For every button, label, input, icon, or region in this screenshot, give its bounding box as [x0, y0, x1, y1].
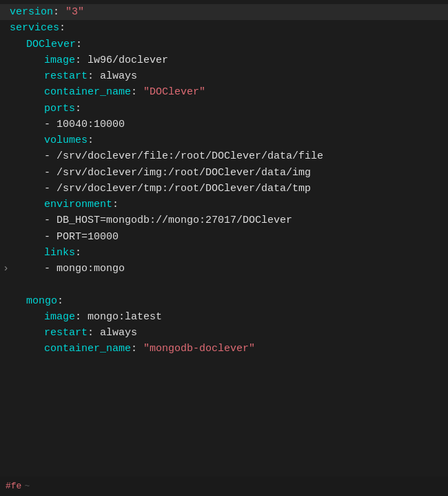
token: :: [53, 4, 65, 20]
token: always: [100, 325, 137, 341]
token: :: [131, 341, 143, 357]
token: image: [44, 52, 75, 68]
token: [10, 277, 16, 292]
line-vol3: - /srv/doclever/tmp:/root/DOClever/data/…: [0, 181, 448, 197]
token: "3": [65, 4, 84, 20]
token: mongo: [26, 293, 57, 309]
token: - PORT=10000: [44, 229, 119, 245]
token: :: [57, 293, 63, 309]
line-doclever: DOClever:: [0, 37, 448, 52]
token: services: [10, 20, 59, 36]
token: - mongo:mongo: [44, 261, 125, 277]
token: :: [75, 309, 88, 325]
arrow-icon: ›: [3, 261, 9, 277]
line-ports: ports:: [0, 101, 448, 117]
token: ports: [44, 101, 75, 117]
line-env2: - PORT=10000: [0, 229, 448, 245]
line-volumes: volumes:: [0, 132, 448, 148]
token: "mongodb-doclever": [143, 341, 255, 357]
line-vol2: - /srv/doclever/img:/root/DOClever/data/…: [0, 165, 448, 181]
token: - DB_HOST=mongodb://mongo:27017/DOClever: [44, 212, 292, 228]
token: DOClever: [26, 37, 76, 52]
line-container2: container_name: "mongodb-doclever": [0, 341, 448, 357]
token: :: [59, 20, 65, 36]
token: :: [75, 52, 88, 68]
line-environment: environment:: [0, 197, 448, 212]
line-container1: container_name: "DOClever": [0, 84, 448, 100]
token: lw96/doclever: [88, 52, 168, 68]
token: - /srv/doclever/tmp:/root/DOClever/data/…: [44, 181, 311, 197]
token: :: [112, 197, 119, 212]
token: restart: [44, 325, 88, 341]
prompt-text: #fe: [6, 479, 21, 493]
token: - /srv/doclever/file:/root/DOClever/data…: [44, 148, 323, 164]
token: restart: [44, 68, 88, 84]
token: :: [88, 325, 100, 341]
token: :: [76, 37, 82, 52]
line-port-val: - 10040:10000: [0, 117, 448, 132]
token: environment: [44, 197, 112, 212]
token: mongo:latest: [88, 309, 162, 325]
token: :: [131, 84, 143, 100]
status-bar: #fe ~: [0, 477, 448, 496]
token: :: [88, 132, 94, 148]
line-version: version: "3": [0, 4, 448, 20]
token: volumes: [44, 132, 88, 148]
token: :: [75, 101, 81, 117]
token: :: [88, 68, 100, 84]
line-link1: › - mongo:mongo: [0, 261, 448, 277]
line-mongo: mongo:: [0, 293, 448, 309]
token: :: [75, 245, 81, 261]
token: "DOClever": [143, 84, 205, 100]
tilde-text: ~: [24, 479, 30, 493]
code-editor: version: "3" services: DOClever: image: …: [0, 0, 448, 496]
line-links: links:: [0, 245, 448, 261]
line-services: services:: [0, 20, 448, 36]
line-image2: image: mongo:latest: [0, 309, 448, 325]
token: - 10040:10000: [44, 117, 125, 132]
token: container_name: [44, 84, 131, 100]
line-vol1: - /srv/doclever/file:/root/DOClever/data…: [0, 148, 448, 164]
token: - /srv/doclever/img:/root/DOClever/data/…: [44, 165, 311, 181]
line-blank: [0, 277, 448, 292]
token: image: [44, 309, 75, 325]
token: container_name: [44, 341, 131, 357]
token: always: [100, 68, 137, 84]
line-env1: - DB_HOST=mongodb://mongo:27017/DOClever: [0, 212, 448, 228]
token: links: [44, 245, 75, 261]
token: version: [10, 4, 53, 20]
line-restart1: restart: always: [0, 68, 448, 84]
line-restart2: restart: always: [0, 325, 448, 341]
line-image1: image: lw96/doclever: [0, 52, 448, 68]
